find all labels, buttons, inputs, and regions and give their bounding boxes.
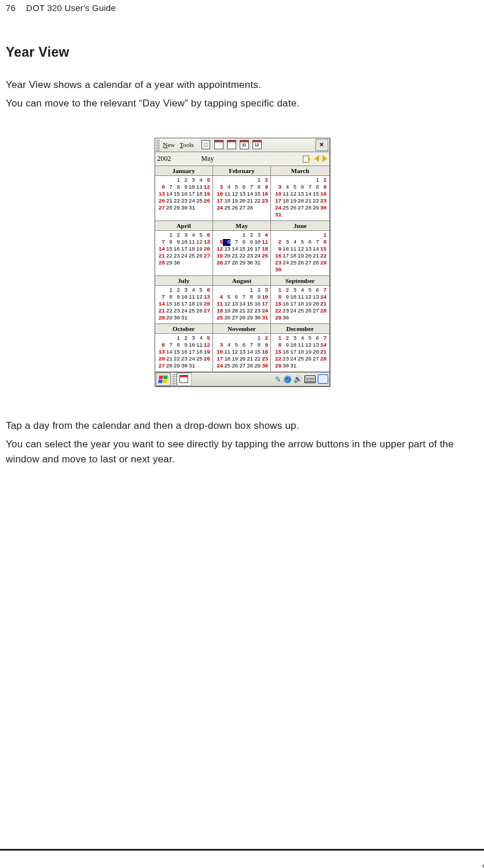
day-cell[interactable]: 23: [180, 198, 188, 205]
day-cell[interactable]: 4: [223, 342, 230, 349]
day-cell[interactable]: 28: [319, 356, 327, 363]
day-cell[interactable]: 1: [245, 287, 253, 294]
day-cell[interactable]: 30: [274, 267, 281, 274]
day-cell[interactable]: 25: [188, 253, 195, 260]
day-cell[interactable]: 12: [230, 191, 238, 198]
day-cell[interactable]: 6: [311, 335, 319, 342]
day-cell[interactable]: 22: [274, 308, 281, 315]
day-cell[interactable]: 19: [215, 253, 223, 260]
day-cell[interactable]: 18: [188, 301, 195, 308]
day-cell[interactable]: 13: [296, 191, 304, 198]
day-cell[interactable]: 7: [245, 184, 253, 191]
day-cell[interactable]: 21: [157, 308, 165, 315]
day-cell[interactable]: 7: [304, 184, 311, 191]
day-cell[interactable]: 1: [319, 232, 327, 239]
day-cell[interactable]: 13: [311, 342, 319, 349]
day-cell[interactable]: 17: [261, 301, 268, 308]
day-cell[interactable]: 14: [165, 349, 173, 356]
day-cell[interactable]: 25: [188, 308, 195, 315]
day-cell[interactable]: 25: [296, 308, 304, 315]
day-cell[interactable]: 16: [319, 191, 327, 198]
day-cell[interactable]: 31: [274, 212, 281, 219]
day-cell[interactable]: 3: [261, 287, 268, 294]
day-cell[interactable]: 29: [319, 260, 327, 267]
day-cell[interactable]: 17: [180, 246, 188, 253]
day-cell[interactable]: 22: [253, 356, 261, 363]
day-cell[interactable]: 23: [173, 253, 180, 260]
day-cell[interactable]: 27: [296, 205, 304, 212]
day-cell[interactable]: 1: [165, 232, 173, 239]
day-cell[interactable]: 2: [173, 287, 180, 294]
day-cell[interactable]: 15: [319, 246, 327, 253]
day-cell[interactable]: 10: [253, 239, 261, 246]
day-cell[interactable]: 16: [245, 246, 253, 253]
day-cell[interactable]: 2: [245, 232, 253, 239]
day-cell[interactable]: 4: [296, 335, 304, 342]
day-cell[interactable]: 6: [296, 184, 304, 191]
day-cell[interactable]: 13: [238, 349, 245, 356]
day-cell[interactable]: 9: [281, 294, 289, 301]
day-cell[interactable]: 7: [319, 335, 327, 342]
day-cell[interactable]: 11: [215, 301, 223, 308]
month-header[interactable]: April: [155, 221, 212, 231]
day-cell[interactable]: 22: [165, 308, 173, 315]
day-cell[interactable]: 14: [304, 191, 311, 198]
day-cell[interactable]: 18: [223, 198, 230, 205]
day-cell[interactable]: 28: [157, 260, 165, 267]
day-cell[interactable]: 2: [261, 177, 268, 184]
day-cell[interactable]: 22: [311, 198, 319, 205]
day-cell[interactable]: 30: [261, 363, 268, 370]
day-cell[interactable]: 19: [203, 349, 210, 356]
day-cell[interactable]: 9: [281, 342, 289, 349]
day-cell[interactable]: 21: [245, 198, 253, 205]
day-cell[interactable]: 2: [281, 335, 289, 342]
day-cell[interactable]: 1: [238, 232, 245, 239]
day-cell[interactable]: 20: [311, 349, 319, 356]
day-cell[interactable]: 21: [319, 301, 327, 308]
day-cell[interactable]: 19: [195, 301, 203, 308]
day-cell[interactable]: 9: [173, 294, 180, 301]
day-cell[interactable]: 29: [173, 205, 180, 212]
desktop-icon[interactable]: [318, 374, 328, 384]
day-cell[interactable]: 9: [319, 184, 327, 191]
day-cell[interactable]: 16: [253, 301, 261, 308]
day-cell[interactable]: 29: [274, 315, 281, 322]
calendar-app-button[interactable]: C: [177, 373, 192, 386]
day-cell[interactable]: 3: [215, 184, 223, 191]
day-cell[interactable]: 19: [230, 356, 238, 363]
day-cell[interactable]: 11: [296, 294, 304, 301]
year-view-button[interactable]: 12: [251, 139, 263, 151]
day-cell[interactable]: 15: [253, 349, 261, 356]
day-cell[interactable]: 5: [230, 184, 238, 191]
day-cell[interactable]: 3: [180, 287, 188, 294]
day-cell[interactable]: 18: [296, 349, 304, 356]
day-cell[interactable]: 1: [173, 177, 180, 184]
day-cell[interactable]: 1: [274, 335, 281, 342]
day-cell[interactable]: 5: [289, 184, 296, 191]
day-cell[interactable]: 30: [180, 205, 188, 212]
network-globe-icon[interactable]: [284, 376, 291, 383]
day-view-button[interactable]: [200, 139, 212, 151]
day-cell[interactable]: 14: [319, 294, 327, 301]
day-cell[interactable]: 29: [173, 363, 180, 370]
day-cell[interactable]: 23: [173, 308, 180, 315]
day-cell[interactable]: 1: [173, 335, 180, 342]
day-cell[interactable]: 17: [253, 246, 261, 253]
day-cell[interactable]: 29: [165, 315, 173, 322]
day-cell[interactable]: 20: [203, 301, 210, 308]
day-cell[interactable]: 9: [261, 342, 268, 349]
day-cell[interactable]: 5: [203, 177, 210, 184]
day-cell[interactable]: 10: [188, 184, 195, 191]
day-cell[interactable]: 21: [230, 253, 238, 260]
day-cell[interactable]: 2: [319, 177, 327, 184]
day-cell[interactable]: 8: [173, 342, 180, 349]
day-cell[interactable]: 31: [261, 315, 268, 322]
day-cell[interactable]: 12: [215, 246, 223, 253]
day-cell[interactable]: 26: [203, 356, 210, 363]
day-cell[interactable]: 12: [304, 342, 311, 349]
day-cell[interactable]: 24: [261, 308, 268, 315]
day-cell[interactable]: 27: [203, 253, 210, 260]
day-cell[interactable]: 13: [304, 246, 311, 253]
day-cell[interactable]: 14: [157, 246, 165, 253]
day-cell[interactable]: 23: [245, 253, 253, 260]
